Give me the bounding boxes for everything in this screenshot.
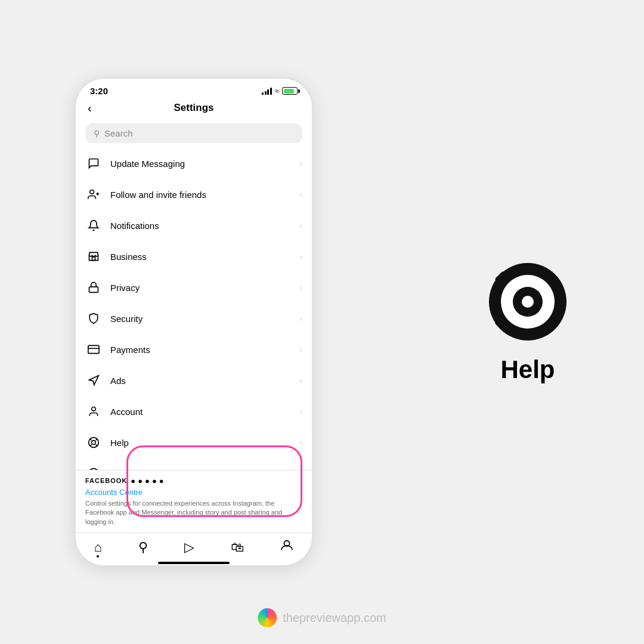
account-label: Account — [110, 407, 300, 417]
card-icon — [85, 341, 102, 358]
svg-rect-23 — [525, 329, 530, 340]
fb-icon4: ● — [152, 476, 157, 485]
chevron-icon: › — [300, 190, 302, 199]
help-label: Help — [110, 438, 300, 448]
privacy-label: Privacy — [110, 283, 300, 293]
svg-line-12 — [96, 439, 97, 440]
person-icon — [85, 403, 102, 420]
facebook-section: FACEBOOK ● ● ● ● ● Accounts Centre Contr… — [76, 470, 312, 532]
wifi-icon: ≈ — [275, 86, 279, 95]
svg-point-9 — [92, 441, 96, 445]
menu-item-payments[interactable]: Payments › — [76, 334, 312, 365]
menu-item-help[interactable]: Help › — [76, 427, 312, 458]
chevron-icon: › — [300, 469, 302, 470]
chevron-icon: › — [300, 407, 302, 416]
info-icon — [85, 465, 102, 470]
watermark-text: thepreviewapp.com — [283, 611, 386, 625]
nav-reels-icon[interactable]: ▷ — [184, 540, 194, 555]
chevron-icon: › — [300, 252, 302, 261]
help-circle-large-icon — [486, 260, 569, 343]
nav-search-icon[interactable]: ⚲ — [138, 540, 148, 555]
bell-icon — [85, 217, 102, 234]
status-icons: ≈ — [262, 86, 298, 95]
svg-point-7 — [92, 407, 96, 411]
fb-icon2: ● — [138, 476, 143, 485]
svg-rect-3 — [92, 257, 95, 261]
fb-icon: ● — [131, 476, 135, 485]
accounts-centre-link[interactable]: Accounts Centre — [85, 488, 302, 497]
svg-line-10 — [90, 439, 91, 440]
chevron-icon: › — [300, 314, 302, 323]
search-bar[interactable]: ⚲ Search — [85, 123, 302, 143]
menu-item-update-messaging[interactable]: Update Messaging › — [76, 148, 312, 179]
update-messaging-label: Update Messaging — [110, 159, 300, 169]
menu-item-ads[interactable]: Ads › — [76, 365, 312, 396]
svg-rect-4 — [89, 287, 98, 292]
menu-item-account[interactable]: Account › — [76, 396, 312, 427]
search-placeholder: Search — [104, 128, 133, 138]
svg-point-14 — [89, 469, 99, 470]
right-panel: Help — [486, 260, 569, 384]
svg-rect-24 — [489, 299, 501, 304]
fb-icon3: ● — [145, 476, 150, 485]
watermark-icon — [258, 608, 277, 627]
chat-icon — [85, 155, 102, 172]
fb-icon5: ● — [159, 476, 164, 485]
notifications-label: Notifications — [110, 221, 300, 231]
menu-item-business[interactable]: Business › — [76, 241, 312, 272]
store-icon — [85, 248, 102, 265]
battery-fill — [284, 89, 295, 94]
facebook-desc: Control settings for connected experienc… — [85, 499, 302, 527]
chevron-icon: › — [300, 283, 302, 292]
svg-line-11 — [96, 445, 97, 446]
business-label: Business — [110, 252, 300, 262]
chevron-icon: › — [300, 221, 302, 230]
bottom-nav: ⌂ ⚲ ▷ 🛍 — [76, 532, 312, 559]
security-label: Security — [110, 314, 300, 324]
battery-icon — [282, 87, 298, 95]
svg-line-13 — [90, 445, 91, 446]
menu-item-follow-invite[interactable]: Follow and invite friends › — [76, 179, 312, 210]
ads-label: Ads — [110, 376, 300, 386]
nav-shop-icon[interactable]: 🛍 — [231, 540, 244, 555]
menu-item-about[interactable]: About › — [76, 458, 312, 470]
lock-icon — [85, 279, 102, 296]
watermark: thepreviewapp.com — [258, 608, 386, 627]
screen-content: ‹ Settings ⚲ Search Update Messaging — [76, 96, 312, 565]
svg-rect-5 — [88, 345, 99, 353]
facebook-row: FACEBOOK ● ● ● ● ● — [85, 476, 302, 485]
help-text-label: Help — [500, 355, 555, 384]
facebook-label: FACEBOOK — [85, 477, 127, 484]
svg-rect-22 — [525, 263, 530, 275]
nav-home-icon[interactable]: ⌂ — [94, 540, 102, 555]
nav-profile-icon[interactable] — [280, 539, 293, 556]
settings-title: Settings — [174, 102, 213, 114]
about-label: About — [110, 469, 300, 470]
shield-icon — [85, 310, 102, 327]
svg-point-21 — [522, 296, 534, 308]
search-icon: ⚲ — [94, 129, 100, 138]
back-button[interactable]: ‹ — [88, 101, 92, 115]
chevron-icon: › — [300, 159, 302, 168]
person-add-icon — [85, 186, 102, 203]
payments-label: Payments — [110, 345, 300, 355]
menu-item-security[interactable]: Security › — [76, 303, 312, 334]
lifebuoy-icon — [85, 434, 102, 451]
menu-list: Update Messaging › Follow and invite fri… — [76, 148, 312, 470]
fb-social-icons: ● ● ● ● ● — [131, 476, 163, 485]
phone-mockup: 3:20 ≈ ‹ Settings ⚲ Search — [75, 78, 313, 566]
chevron-icon: › — [300, 438, 302, 447]
menu-item-privacy[interactable]: Privacy › — [76, 272, 312, 303]
settings-header: ‹ Settings — [76, 96, 312, 120]
megaphone-icon — [85, 372, 102, 389]
status-time: 3:20 — [90, 86, 108, 96]
status-bar: 3:20 ≈ — [76, 79, 312, 96]
home-indicator — [158, 562, 230, 564]
chevron-icon: › — [300, 345, 302, 354]
svg-point-0 — [90, 190, 94, 194]
menu-item-notifications[interactable]: Notifications › — [76, 210, 312, 241]
chevron-icon: › — [300, 376, 302, 385]
follow-invite-label: Follow and invite friends — [110, 190, 300, 200]
signal-icon — [262, 88, 272, 95]
page-wrapper: 3:20 ≈ ‹ Settings ⚲ Search — [0, 0, 644, 644]
